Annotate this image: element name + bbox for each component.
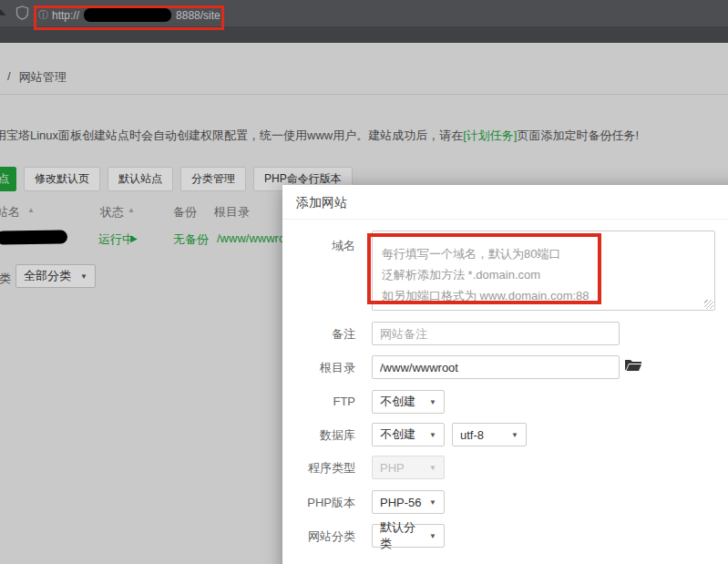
chevron-down-icon: ▼ — [429, 532, 436, 540]
ftp-label: FTP — [282, 395, 355, 408]
charset-select[interactable]: utf-8 ▼ — [452, 423, 527, 446]
php-version-select[interactable]: PHP-56 ▼ — [372, 490, 445, 514]
site-category-value: 默认分类 — [380, 519, 424, 552]
chevron-down-icon: ▼ — [511, 431, 518, 439]
panel-hint-note: 用宝塔Linux面板创建站点时会自动创建权限配置，统一使用www用户。建站成功后… — [0, 128, 639, 144]
note-suffix: 页面添加定时备份任务! — [517, 128, 639, 142]
folder-icon[interactable] — [625, 358, 641, 373]
ftp-select[interactable]: 不创建 ▼ — [372, 390, 445, 414]
chevron-down-icon: ▼ — [429, 498, 436, 507]
col-status[interactable]: 状态 — [100, 204, 124, 220]
col-root-dir: 根目录 — [214, 204, 250, 220]
database-select[interactable]: 不创建 ▼ — [372, 423, 445, 446]
modal-title-divider — [282, 219, 728, 220]
domain-label: 域名 — [282, 238, 355, 254]
charset-value: utf-8 — [460, 428, 484, 442]
breadcrumb-divider — [0, 94, 728, 95]
note-text: 用宝塔Linux面板创建站点时会自动创建权限配置，统一使用www用户。建站成功后… — [0, 128, 463, 142]
category-filter-select[interactable]: 全部分类 ▼ — [15, 264, 96, 288]
root-dir-label: 根目录 — [282, 360, 355, 376]
modal-title: 添加网站 — [296, 195, 347, 211]
breadcrumb-title: 网站管理 — [19, 69, 67, 86]
play-icon[interactable]: ▶ — [130, 233, 138, 243]
breadcrumb-slash: / — [7, 69, 11, 86]
chevron-down-icon: ▼ — [80, 272, 87, 281]
site-name-redaction — [0, 230, 67, 244]
remark-input[interactable] — [372, 322, 620, 345]
add-site-button[interactable]: 点 — [0, 167, 16, 191]
breadcrumb: / 网站管理 — [7, 69, 67, 86]
row-status[interactable]: 运行中 — [98, 231, 134, 248]
root-dir-input[interactable] — [372, 355, 620, 379]
browser-partial-icon: ◣ — [0, 2, 6, 16]
modify-default-page-button[interactable]: 修改默认页 — [24, 167, 100, 191]
annotation-box-url — [34, 5, 224, 30]
php-version-value: PHP-56 — [380, 496, 422, 509]
php-version-label: PHP版本 — [282, 495, 355, 511]
row-backup-link[interactable]: 无备份 — [173, 231, 209, 248]
site-category-label: 网站分类 — [282, 528, 355, 545]
chevron-down-icon: ▼ — [429, 464, 436, 472]
remark-label: 备注 — [282, 326, 355, 343]
database-value: 不创建 — [380, 426, 415, 443]
chevron-down-icon: ▼ — [429, 398, 436, 406]
category-filter-value: 全部分类 — [24, 268, 71, 284]
site-category-select[interactable]: 默认分类 ▼ — [372, 524, 445, 548]
default-site-button[interactable]: 默认站点 — [108, 167, 173, 191]
resize-handle[interactable] — [704, 300, 713, 309]
database-label: 数据库 — [282, 427, 355, 444]
annotation-box-domain — [367, 233, 601, 304]
sort-asc-icon[interactable]: ▲ — [27, 206, 35, 214]
program-type-value: PHP — [380, 461, 405, 475]
col-backup: 备份 — [173, 204, 197, 220]
category-manage-button[interactable]: 分类管理 — [180, 167, 246, 191]
sort-asc-icon[interactable]: ▲ — [128, 206, 135, 214]
cron-task-link[interactable]: [计划任务] — [463, 128, 517, 142]
shield-extension-icon[interactable] — [15, 5, 29, 24]
chevron-down-icon: ▼ — [429, 431, 436, 439]
ftp-value: 不创建 — [380, 394, 415, 410]
col-site-name[interactable]: 站名 — [0, 204, 20, 220]
program-type-label: 程序类型 — [282, 460, 355, 477]
program-type-select: PHP ▼ — [372, 456, 445, 479]
category-filter-label: 类 — [0, 271, 11, 287]
